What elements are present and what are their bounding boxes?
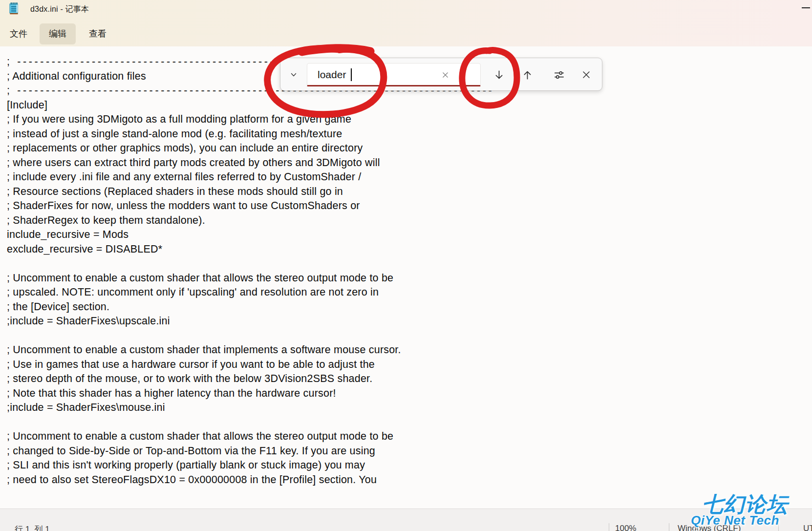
menu-item-view[interactable]: 查看 bbox=[81, 23, 114, 44]
editor-line: ; upscaled. NOTE: uncomment only if 'ups… bbox=[7, 285, 812, 300]
find-next-button[interactable] bbox=[490, 66, 508, 84]
arrow-down-icon bbox=[493, 69, 505, 81]
editor-line: ; Uncomment to enable a custom shader th… bbox=[7, 271, 812, 286]
editor-line: ; instead of just a single stand-alone m… bbox=[7, 127, 812, 142]
cursor-position-label: 行 1, 列 1 bbox=[15, 524, 50, 531]
find-bar: loader bbox=[280, 58, 602, 91]
window-title: d3dx.ini - 记事本 bbox=[30, 4, 89, 15]
status-divider bbox=[669, 523, 669, 531]
status-bar: 行 1, 列 1 100% Windows (CRLF) UTF-8 bbox=[0, 509, 812, 531]
editor-line: ; ShaderRegex to keep them standalone). bbox=[7, 213, 812, 228]
menu-item-file[interactable]: 文件 bbox=[3, 23, 34, 44]
editor-line: ; replacements or other graphics mods), … bbox=[7, 141, 812, 156]
text-caret bbox=[351, 68, 352, 81]
arrow-up-icon bbox=[522, 69, 533, 81]
title-bar: d3dx.ini - 记事本 bbox=[0, 0, 812, 21]
find-previous-button[interactable] bbox=[518, 66, 536, 84]
search-options-button[interactable] bbox=[550, 66, 568, 84]
zoom-level-label: 100% bbox=[615, 524, 636, 531]
text-editor[interactable]: ; --------------------------------------… bbox=[0, 46, 812, 509]
status-divider bbox=[778, 523, 779, 531]
editor-line: ; changed to Side-by-Side or Top-and-Bot… bbox=[7, 444, 812, 459]
editor-line: ; Note that this shader has a higher lat… bbox=[7, 386, 812, 401]
clear-search-button[interactable] bbox=[436, 66, 454, 84]
editor-line: ; the [Device] section. bbox=[7, 300, 812, 315]
editor-line bbox=[7, 256, 812, 271]
editor-line: ; need to also set StereoFlagsDX10 = 0x0… bbox=[7, 473, 812, 488]
menu-bar: 文件 编辑 查看 bbox=[0, 22, 812, 45]
editor-line bbox=[7, 415, 812, 430]
notepad-icon bbox=[8, 2, 20, 15]
status-divider bbox=[609, 523, 609, 531]
editor-line: ; Uncomment to enable a custom shader th… bbox=[7, 343, 812, 358]
line-ending-label: Windows (CRLF) bbox=[678, 524, 741, 531]
editor-line: ;include = ShaderFixes\upscale.ini bbox=[7, 314, 812, 329]
editor-line: include_recursive = Mods bbox=[7, 228, 812, 242]
encoding-label: UTF-8 bbox=[803, 524, 812, 531]
chevron-down-icon bbox=[289, 70, 299, 80]
editor-line: ; Use in games that use a hardware curso… bbox=[7, 358, 812, 372]
editor-line: ; Uncomment to enable a custom shader th… bbox=[7, 429, 812, 444]
editor-line: ; include every .ini file and any extern… bbox=[7, 170, 812, 185]
close-find-bar-button[interactable] bbox=[577, 66, 595, 84]
editor-line: ; stereo depth of the mouse, or to work … bbox=[7, 372, 812, 386]
editor-line: ; SLI and this isn't working properly (p… bbox=[7, 458, 812, 473]
editor-line: ; Resource sections (Replaced shaders in… bbox=[7, 185, 812, 199]
menu-item-edit[interactable]: 编辑 bbox=[40, 23, 76, 44]
expand-replace-button[interactable] bbox=[285, 66, 302, 84]
close-x-icon bbox=[581, 70, 591, 80]
search-query-text: loader bbox=[318, 64, 346, 85]
clear-x-icon bbox=[441, 71, 449, 79]
search-input[interactable]: loader bbox=[307, 63, 481, 86]
filter-sliders-icon bbox=[554, 69, 565, 81]
minimize-button[interactable] bbox=[800, 4, 812, 13]
editor-line: exclude_recursive = DISABLED* bbox=[7, 242, 812, 257]
editor-line: ; If you were using 3DMigoto as a full m… bbox=[7, 112, 812, 127]
editor-line: ; ShaderFixes for now, unless the modder… bbox=[7, 199, 812, 213]
editor-line bbox=[7, 329, 812, 343]
editor-line: ; where users can extract third party mo… bbox=[7, 156, 812, 170]
editor-line: [Include] bbox=[7, 98, 812, 113]
window-chrome: d3dx.ini - 记事本 文件 编辑 查看 bbox=[0, 0, 812, 46]
editor-line: ;include = ShaderFixes\mouse.ini bbox=[7, 401, 812, 415]
